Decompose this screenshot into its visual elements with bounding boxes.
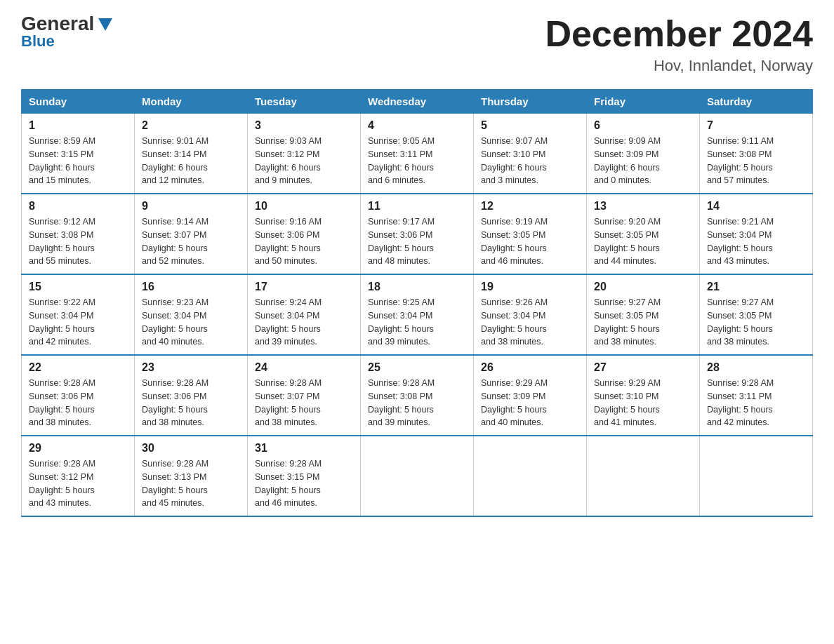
calendar-cell: 23Sunrise: 9:28 AM Sunset: 3:06 PM Dayli… — [135, 355, 248, 436]
day-info: Sunrise: 9:28 AM Sunset: 3:06 PM Dayligh… — [142, 377, 240, 429]
calendar-cell: 12Sunrise: 9:19 AM Sunset: 3:05 PM Dayli… — [474, 194, 587, 274]
logo: General Blue — [21, 14, 115, 51]
header-saturday: Saturday — [700, 90, 813, 114]
calendar-header: SundayMondayTuesdayWednesdayThursdayFrid… — [22, 90, 813, 114]
day-number: 14 — [707, 200, 805, 213]
calendar-cell: 28Sunrise: 9:28 AM Sunset: 3:11 PM Dayli… — [700, 355, 813, 436]
month-title: December 2024 — [545, 14, 813, 54]
day-number: 5 — [481, 119, 579, 132]
location: Hov, Innlandet, Norway — [545, 57, 813, 75]
day-info: Sunrise: 9:23 AM Sunset: 3:04 PM Dayligh… — [142, 296, 240, 349]
calendar-cell: 29Sunrise: 9:28 AM Sunset: 3:12 PM Dayli… — [22, 436, 135, 516]
day-number: 11 — [368, 200, 466, 213]
calendar-cell: 27Sunrise: 9:29 AM Sunset: 3:10 PM Dayli… — [587, 355, 700, 436]
calendar-cell: 1Sunrise: 8:59 AM Sunset: 3:15 PM Daylig… — [22, 114, 135, 194]
week-row-4: 22Sunrise: 9:28 AM Sunset: 3:06 PM Dayli… — [22, 355, 813, 436]
calendar-cell: 16Sunrise: 9:23 AM Sunset: 3:04 PM Dayli… — [135, 274, 248, 355]
logo-triangle-icon — [95, 14, 115, 34]
header-sunday: Sunday — [22, 90, 135, 114]
day-info: Sunrise: 9:03 AM Sunset: 3:12 PM Dayligh… — [255, 135, 353, 187]
calendar-cell: 8Sunrise: 9:12 AM Sunset: 3:08 PM Daylig… — [22, 194, 135, 274]
day-info: Sunrise: 9:28 AM Sunset: 3:12 PM Dayligh… — [29, 457, 127, 510]
day-number: 8 — [29, 200, 127, 213]
day-info: Sunrise: 9:17 AM Sunset: 3:06 PM Dayligh… — [368, 215, 466, 268]
header-friday: Friday — [587, 90, 700, 114]
calendar-cell: 5Sunrise: 9:07 AM Sunset: 3:10 PM Daylig… — [474, 114, 587, 194]
calendar-cell: 19Sunrise: 9:26 AM Sunset: 3:04 PM Dayli… — [474, 274, 587, 355]
day-number: 21 — [707, 281, 805, 293]
header-wednesday: Wednesday — [361, 90, 474, 114]
calendar-cell: 21Sunrise: 9:27 AM Sunset: 3:05 PM Dayli… — [700, 274, 813, 355]
calendar-cell: 4Sunrise: 9:05 AM Sunset: 3:11 PM Daylig… — [361, 114, 474, 194]
day-number: 28 — [707, 361, 805, 374]
day-number: 9 — [142, 200, 240, 213]
day-number: 30 — [142, 442, 240, 455]
calendar-cell: 13Sunrise: 9:20 AM Sunset: 3:05 PM Dayli… — [587, 194, 700, 274]
day-info: Sunrise: 9:29 AM Sunset: 3:09 PM Dayligh… — [481, 377, 579, 429]
logo-general: General — [21, 14, 94, 34]
title-block: December 2024 Hov, Innlandet, Norway — [545, 14, 813, 75]
calendar-cell: 31Sunrise: 9:28 AM Sunset: 3:15 PM Dayli… — [248, 436, 361, 516]
day-number: 23 — [142, 361, 240, 374]
page-header: General Blue December 2024 Hov, Innlande… — [21, 14, 813, 75]
header-tuesday: Tuesday — [248, 90, 361, 114]
day-number: 3 — [255, 119, 353, 132]
day-number: 18 — [368, 281, 466, 293]
calendar-cell: 2Sunrise: 9:01 AM Sunset: 3:14 PM Daylig… — [135, 114, 248, 194]
day-info: Sunrise: 9:20 AM Sunset: 3:05 PM Dayligh… — [594, 215, 692, 268]
day-number: 17 — [255, 281, 353, 293]
day-number: 15 — [29, 281, 127, 293]
day-number: 31 — [255, 442, 353, 455]
day-info: Sunrise: 9:28 AM Sunset: 3:15 PM Dayligh… — [255, 457, 353, 510]
day-number: 25 — [368, 361, 466, 374]
day-info: Sunrise: 9:24 AM Sunset: 3:04 PM Dayligh… — [255, 296, 353, 349]
day-info: Sunrise: 9:05 AM Sunset: 3:11 PM Dayligh… — [368, 135, 466, 187]
day-number: 12 — [481, 200, 579, 213]
day-info: Sunrise: 8:59 AM Sunset: 3:15 PM Dayligh… — [29, 135, 127, 187]
day-info: Sunrise: 9:16 AM Sunset: 3:06 PM Dayligh… — [255, 215, 353, 268]
day-info: Sunrise: 9:01 AM Sunset: 3:14 PM Dayligh… — [142, 135, 240, 187]
calendar-cell: 15Sunrise: 9:22 AM Sunset: 3:04 PM Dayli… — [22, 274, 135, 355]
calendar-cell — [474, 436, 587, 516]
calendar-cell: 24Sunrise: 9:28 AM Sunset: 3:07 PM Dayli… — [248, 355, 361, 436]
calendar-cell: 20Sunrise: 9:27 AM Sunset: 3:05 PM Dayli… — [587, 274, 700, 355]
day-info: Sunrise: 9:14 AM Sunset: 3:07 PM Dayligh… — [142, 215, 240, 268]
day-info: Sunrise: 9:21 AM Sunset: 3:04 PM Dayligh… — [707, 215, 805, 268]
day-info: Sunrise: 9:28 AM Sunset: 3:13 PM Dayligh… — [142, 457, 240, 510]
day-info: Sunrise: 9:09 AM Sunset: 3:09 PM Dayligh… — [594, 135, 692, 187]
svg-marker-0 — [98, 18, 112, 31]
calendar-cell: 30Sunrise: 9:28 AM Sunset: 3:13 PM Dayli… — [135, 436, 248, 516]
calendar-table: SundayMondayTuesdayWednesdayThursdayFrid… — [21, 89, 813, 517]
day-number: 22 — [29, 361, 127, 374]
day-number: 19 — [481, 281, 579, 293]
week-row-1: 1Sunrise: 8:59 AM Sunset: 3:15 PM Daylig… — [22, 114, 813, 194]
calendar-cell: 25Sunrise: 9:28 AM Sunset: 3:08 PM Dayli… — [361, 355, 474, 436]
logo-blue: Blue — [21, 32, 55, 51]
day-info: Sunrise: 9:29 AM Sunset: 3:10 PM Dayligh… — [594, 377, 692, 429]
week-row-3: 15Sunrise: 9:22 AM Sunset: 3:04 PM Dayli… — [22, 274, 813, 355]
calendar-cell: 11Sunrise: 9:17 AM Sunset: 3:06 PM Dayli… — [361, 194, 474, 274]
day-number: 13 — [594, 200, 692, 213]
day-number: 29 — [29, 442, 127, 455]
day-number: 10 — [255, 200, 353, 213]
day-number: 6 — [594, 119, 692, 132]
week-row-2: 8Sunrise: 9:12 AM Sunset: 3:08 PM Daylig… — [22, 194, 813, 274]
calendar-cell: 22Sunrise: 9:28 AM Sunset: 3:06 PM Dayli… — [22, 355, 135, 436]
calendar-cell: 10Sunrise: 9:16 AM Sunset: 3:06 PM Dayli… — [248, 194, 361, 274]
week-row-5: 29Sunrise: 9:28 AM Sunset: 3:12 PM Dayli… — [22, 436, 813, 516]
calendar-cell — [361, 436, 474, 516]
calendar-cell: 26Sunrise: 9:29 AM Sunset: 3:09 PM Dayli… — [474, 355, 587, 436]
day-info: Sunrise: 9:19 AM Sunset: 3:05 PM Dayligh… — [481, 215, 579, 268]
day-info: Sunrise: 9:28 AM Sunset: 3:11 PM Dayligh… — [707, 377, 805, 429]
calendar-cell: 17Sunrise: 9:24 AM Sunset: 3:04 PM Dayli… — [248, 274, 361, 355]
day-info: Sunrise: 9:22 AM Sunset: 3:04 PM Dayligh… — [29, 296, 127, 349]
calendar-cell: 3Sunrise: 9:03 AM Sunset: 3:12 PM Daylig… — [248, 114, 361, 194]
day-number: 7 — [707, 119, 805, 132]
calendar-cell: 14Sunrise: 9:21 AM Sunset: 3:04 PM Dayli… — [700, 194, 813, 274]
day-number: 24 — [255, 361, 353, 374]
header-monday: Monday — [135, 90, 248, 114]
header-thursday: Thursday — [474, 90, 587, 114]
calendar-cell: 6Sunrise: 9:09 AM Sunset: 3:09 PM Daylig… — [587, 114, 700, 194]
weekday-header-row: SundayMondayTuesdayWednesdayThursdayFrid… — [22, 90, 813, 114]
day-number: 2 — [142, 119, 240, 132]
